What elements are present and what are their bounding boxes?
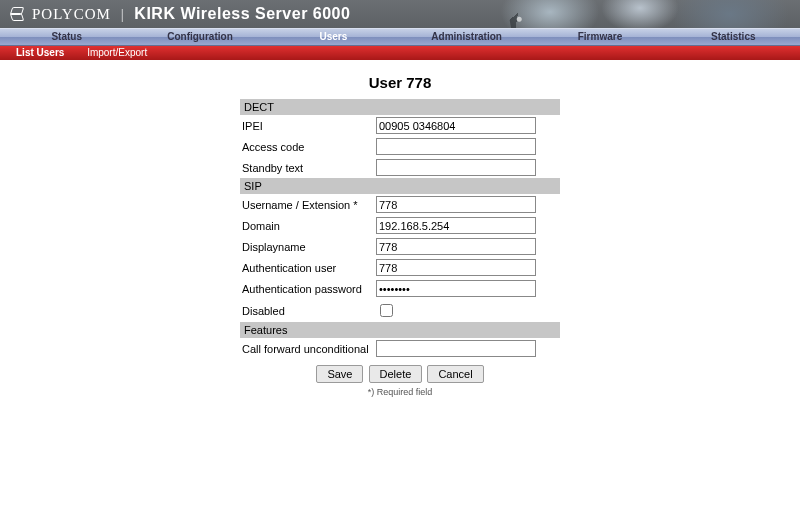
- brand-company: POLYCOM: [32, 6, 111, 23]
- label-auth-password: Authentication password: [240, 278, 374, 299]
- user-form: DECT IPEI Access code Standby text SIP U…: [240, 99, 560, 359]
- input-username[interactable]: [376, 196, 536, 213]
- input-auth-password[interactable]: [376, 280, 536, 297]
- subtab-list-users[interactable]: List Users: [6, 46, 74, 60]
- checkbox-disabled[interactable]: [380, 304, 393, 317]
- save-button[interactable]: Save: [316, 365, 363, 383]
- button-row: Save Delete Cancel: [0, 359, 800, 383]
- required-field-note: *) Required field: [0, 383, 800, 397]
- tab-administration[interactable]: Administration: [400, 29, 533, 45]
- page-body: User 778 DECT IPEI Access code Standby t…: [0, 60, 800, 427]
- input-displayname[interactable]: [376, 238, 536, 255]
- header-banner: POLYCOM | KIRK Wireless Server 6000: [0, 0, 800, 28]
- section-features: Features: [240, 322, 560, 338]
- label-standby-text: Standby text: [240, 157, 374, 178]
- label-access-code: Access code: [240, 136, 374, 157]
- label-cfu: Call forward unconditional: [240, 338, 374, 359]
- input-domain[interactable]: [376, 217, 536, 234]
- tab-statistics[interactable]: Statistics: [667, 29, 800, 45]
- input-access-code[interactable]: [376, 138, 536, 155]
- brand-separator: |: [119, 6, 127, 23]
- primary-nav: Status Configuration Users Administratio…: [0, 28, 800, 46]
- section-dect: DECT: [240, 99, 560, 115]
- label-ipei: IPEI: [240, 115, 374, 136]
- input-ipei[interactable]: [376, 117, 536, 134]
- tab-firmware[interactable]: Firmware: [533, 29, 666, 45]
- tab-configuration[interactable]: Configuration: [133, 29, 266, 45]
- input-auth-user[interactable]: [376, 259, 536, 276]
- label-domain: Domain: [240, 215, 374, 236]
- label-displayname: Displayname: [240, 236, 374, 257]
- subtab-import-export[interactable]: Import/Export: [77, 46, 157, 60]
- brand-block: POLYCOM | KIRK Wireless Server 6000: [0, 0, 800, 28]
- section-sip: SIP: [240, 178, 560, 194]
- label-username: Username / Extension *: [240, 194, 374, 215]
- label-disabled: Disabled: [240, 299, 374, 322]
- brand-product: KIRK Wireless Server 6000: [134, 5, 350, 23]
- label-auth-user: Authentication user: [240, 257, 374, 278]
- delete-button[interactable]: Delete: [369, 365, 423, 383]
- cancel-button[interactable]: Cancel: [427, 365, 483, 383]
- tab-status[interactable]: Status: [0, 29, 133, 45]
- tab-users[interactable]: Users: [267, 29, 400, 45]
- input-standby-text[interactable]: [376, 159, 536, 176]
- input-cfu[interactable]: [376, 340, 536, 357]
- secondary-nav: List Users Import/Export: [0, 46, 800, 60]
- page-title: User 778: [0, 74, 800, 91]
- polycom-logo-icon: [10, 7, 24, 21]
- banner-decoration: [508, 8, 535, 28]
